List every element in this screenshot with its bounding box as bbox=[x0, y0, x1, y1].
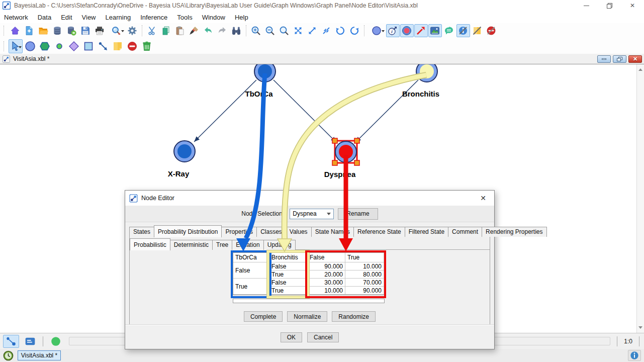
home-icon[interactable] bbox=[9, 24, 22, 37]
new-network-icon[interactable] bbox=[23, 24, 36, 37]
clock-icon[interactable] bbox=[3, 350, 14, 361]
format-brush-icon[interactable] bbox=[188, 24, 201, 37]
document-tab-label[interactable]: VisitAsia.xbl * bbox=[13, 55, 49, 62]
tab-comment[interactable]: Comment bbox=[448, 227, 482, 237]
redo-icon[interactable] bbox=[216, 24, 229, 37]
cpt-value-cell[interactable]: 10.000 bbox=[308, 287, 345, 295]
randomize-button[interactable]: Randomize bbox=[332, 311, 376, 322]
utility-node-tool-icon[interactable] bbox=[81, 39, 96, 53]
menu-window[interactable]: Window bbox=[202, 13, 230, 22]
node-X-Ray[interactable] bbox=[174, 141, 195, 162]
cpt-value-cell[interactable]: 70.000 bbox=[345, 279, 384, 287]
tab-rendering-properties[interactable]: Rendering Properties bbox=[482, 227, 546, 237]
cpt-value-cell[interactable]: 90.000 bbox=[345, 287, 384, 295]
note-tool-icon[interactable] bbox=[111, 39, 125, 53]
settings-gear-icon[interactable] bbox=[126, 24, 139, 37]
cpt-value-cell[interactable]: 10.000 bbox=[345, 262, 384, 270]
mdi-close-icon[interactable]: ✕ bbox=[628, 55, 642, 63]
image-display-icon[interactable] bbox=[428, 24, 442, 37]
mdi-restore-icon[interactable] bbox=[613, 55, 626, 63]
arc-color-icon[interactable] bbox=[414, 24, 428, 37]
expand-graph-icon[interactable] bbox=[306, 24, 319, 37]
save-icon[interactable] bbox=[79, 24, 93, 37]
decision-node-tool-icon[interactable] bbox=[67, 39, 81, 53]
window-minimize-icon[interactable] bbox=[575, 0, 598, 11]
node-size-icon[interactable] bbox=[367, 24, 386, 37]
target-node-icon[interactable] bbox=[400, 24, 414, 37]
subtab-deterministic[interactable]: Deterministic bbox=[170, 240, 213, 250]
tab-probability-distribution[interactable]: Probability Distribution bbox=[154, 225, 222, 237]
menu-help[interactable]: Help bbox=[235, 13, 253, 22]
delete-state-tool-icon[interactable] bbox=[125, 39, 139, 53]
menu-tools[interactable]: Tools bbox=[177, 13, 197, 22]
normalize-button[interactable]: Normalize bbox=[287, 311, 327, 322]
zoom-reset-icon[interactable] bbox=[278, 24, 291, 37]
menu-inference[interactable]: Inference bbox=[140, 13, 172, 22]
tab-filtered-state[interactable]: Filtered State bbox=[405, 227, 448, 237]
menu-network[interactable]: Network bbox=[4, 13, 33, 22]
node-TbOrCa[interactable] bbox=[254, 64, 275, 82]
selection-tool-icon[interactable] bbox=[9, 39, 23, 53]
zoom-out-icon[interactable] bbox=[263, 24, 277, 37]
subtab-equation[interactable]: Equation bbox=[232, 240, 263, 250]
scroll-down-icon[interactable] bbox=[638, 326, 642, 329]
copy-icon[interactable] bbox=[159, 24, 173, 37]
subtab-tree[interactable]: Tree bbox=[212, 240, 232, 250]
cancel-button[interactable]: Cancel bbox=[307, 332, 339, 342]
arc-mode-icon[interactable] bbox=[3, 335, 19, 348]
constraint-node-tool-icon[interactable] bbox=[38, 39, 52, 53]
info-icon[interactable] bbox=[628, 350, 641, 361]
shrink-graph-icon[interactable] bbox=[320, 24, 333, 37]
vertical-scrollbar[interactable] bbox=[636, 64, 644, 333]
arc-tool-icon[interactable] bbox=[96, 39, 110, 53]
tab-values[interactable]: Values bbox=[286, 227, 312, 237]
tab-properties[interactable]: Properties bbox=[221, 227, 257, 237]
tab-reference-state[interactable]: Reference State bbox=[353, 227, 405, 237]
fit-graph-icon[interactable] bbox=[292, 24, 305, 37]
menu-data[interactable]: Data bbox=[38, 13, 56, 22]
cpt-value-cell[interactable]: 80.000 bbox=[345, 270, 384, 279]
mdi-minimize-icon[interactable] bbox=[597, 55, 611, 63]
menu-view[interactable]: View bbox=[82, 13, 101, 22]
subtab-updating[interactable]: Updating bbox=[263, 240, 296, 250]
dialog-close-icon[interactable]: ✕ bbox=[476, 194, 490, 202]
node-selection-dropdown[interactable]: Dyspnea bbox=[290, 209, 334, 219]
state-tool-icon[interactable] bbox=[52, 39, 66, 53]
rename-button[interactable]: Rename bbox=[338, 208, 378, 220]
window-restore-icon[interactable] bbox=[598, 0, 621, 11]
trash-tool-icon[interactable] bbox=[140, 39, 154, 53]
scroll-up-icon[interactable] bbox=[638, 68, 642, 71]
node-analysis-icon[interactable]: i bbox=[386, 24, 400, 37]
database-icon[interactable] bbox=[51, 24, 64, 37]
comment-display-icon[interactable] bbox=[442, 24, 456, 37]
rotate-left-icon[interactable] bbox=[334, 24, 347, 37]
taskbar-document-tab[interactable]: VisitAsia.xbl * bbox=[18, 350, 61, 360]
zoom-in-icon[interactable] bbox=[249, 24, 263, 37]
cut-scissors-icon[interactable] bbox=[145, 24, 159, 37]
undo-icon[interactable] bbox=[202, 24, 215, 37]
find-binoculars-icon[interactable] bbox=[230, 24, 243, 37]
hide-costs-icon[interactable] bbox=[471, 24, 484, 37]
node-Dyspnea[interactable] bbox=[332, 138, 359, 165]
ok-button[interactable]: OK bbox=[281, 332, 302, 342]
menu-edit[interactable]: Edit bbox=[61, 13, 77, 22]
open-folder-icon[interactable] bbox=[37, 24, 50, 37]
hide-forbidden-icon[interactable] bbox=[485, 24, 498, 37]
cpt-value-cell[interactable]: 30.000 bbox=[308, 279, 345, 287]
database-export-icon[interactable] bbox=[65, 24, 78, 37]
cpt-value-cell[interactable]: 90.000 bbox=[308, 262, 345, 270]
node-tool-icon[interactable] bbox=[23, 39, 37, 53]
rotate-right-icon[interactable] bbox=[348, 24, 361, 37]
menu-learning[interactable]: Learning bbox=[106, 13, 136, 22]
print-icon[interactable] bbox=[93, 24, 107, 37]
paste-clipboard-icon[interactable] bbox=[173, 24, 187, 37]
subtab-probabilistic[interactable]: Probabilistic bbox=[130, 238, 170, 250]
tab-states[interactable]: States bbox=[129, 227, 154, 237]
window-close-icon[interactable]: ✕ bbox=[621, 0, 644, 11]
tab-state-names[interactable]: State Names bbox=[311, 227, 354, 237]
cpt-value-cell[interactable]: 20.000 bbox=[308, 270, 345, 279]
magnifier-icon[interactable] bbox=[107, 24, 125, 37]
hide-information-icon[interactable] bbox=[456, 24, 470, 37]
complete-button[interactable]: Complete bbox=[244, 311, 283, 322]
node-Bronchitis[interactable] bbox=[416, 64, 437, 82]
